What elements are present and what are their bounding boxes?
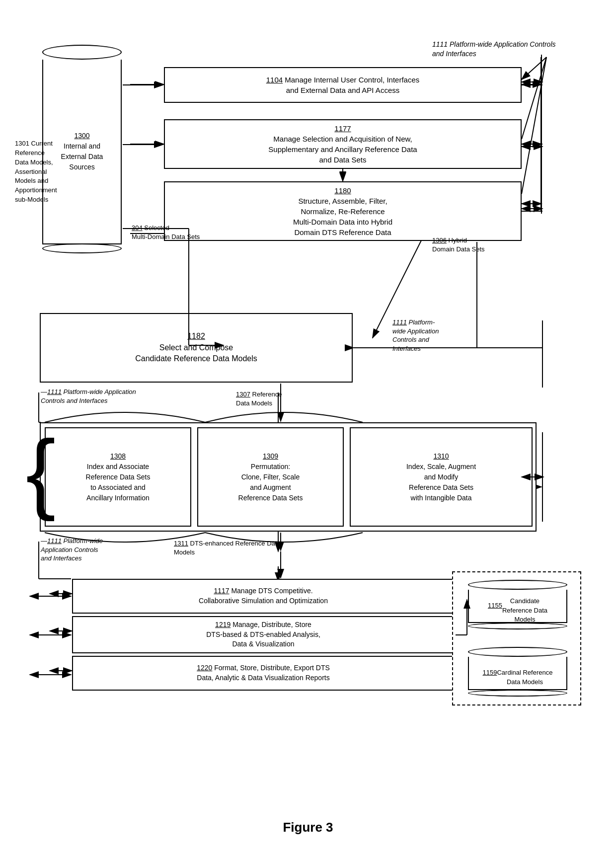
box-1177: 1177Manage Selection and Acquisition of … bbox=[164, 119, 522, 169]
label-1311: 1311 DTS-enhanced Reference DataModels bbox=[174, 539, 281, 557]
label-1301: 1301 CurrentReferenceData Models,Asserti… bbox=[15, 139, 109, 205]
box-1104: 1104 Manage Internal User Control, Inter… bbox=[164, 67, 522, 103]
label-1111a: 1111 Platform-wide Application Controls … bbox=[432, 40, 561, 59]
svg-line-7 bbox=[522, 57, 546, 194]
label-1307: 1307 ReferenceData Models bbox=[236, 390, 282, 408]
svg-line-5 bbox=[522, 57, 546, 79]
curly-brace: { bbox=[26, 427, 56, 517]
box-1220: 1220 Format, Store, Distribute, Export D… bbox=[72, 656, 455, 691]
svg-line-6 bbox=[522, 57, 546, 139]
box-1180: 1180Structure, Assemble, Filter,Normaliz… bbox=[164, 181, 522, 241]
box-1308: 1308Index and AssociateReference Data Se… bbox=[45, 427, 191, 527]
box-group-sub: 1308Index and AssociateReference Data Se… bbox=[40, 422, 537, 532]
label-1306: 1306 HybridDomain Data Sets bbox=[432, 236, 485, 254]
dashed-container: 1155CandidateReference DataModels 1159Ca… bbox=[452, 571, 581, 705]
cylinder-1155: 1155CandidateReference DataModels bbox=[468, 580, 567, 629]
label-304: 304 SelectedMulti-Domain Data Sets bbox=[132, 224, 200, 241]
label-1111b: —1111 Platform-wide ApplicationControls … bbox=[41, 388, 190, 405]
box-1219: 1219 Manage, Distribute, StoreDTS-based … bbox=[72, 616, 455, 653]
box-1309: 1309Permutation:Clone, Filter, Scaleand … bbox=[197, 427, 344, 527]
figure-title: Figure 3 bbox=[0, 820, 616, 835]
box-1310: 1310Index, Scale, Augmentand ModifyRefer… bbox=[350, 427, 533, 527]
diagram: 1111 Platform-wide Application Controls … bbox=[0, 0, 616, 861]
cylinder-1159: 1159Cardinal ReferenceData Models bbox=[468, 647, 567, 697]
right-vertical-line bbox=[540, 57, 541, 211]
label-1111d: —1111 Platform-wideApplication Controlsa… bbox=[41, 537, 103, 563]
box-1182: 1182Select and ComposeCandidate Referenc… bbox=[40, 313, 353, 383]
label-1111c: 1111 Platform-wide ApplicationControls a… bbox=[392, 318, 492, 353]
box-1117: 1117 Manage DTS Competitive.Collaborativ… bbox=[72, 579, 455, 614]
